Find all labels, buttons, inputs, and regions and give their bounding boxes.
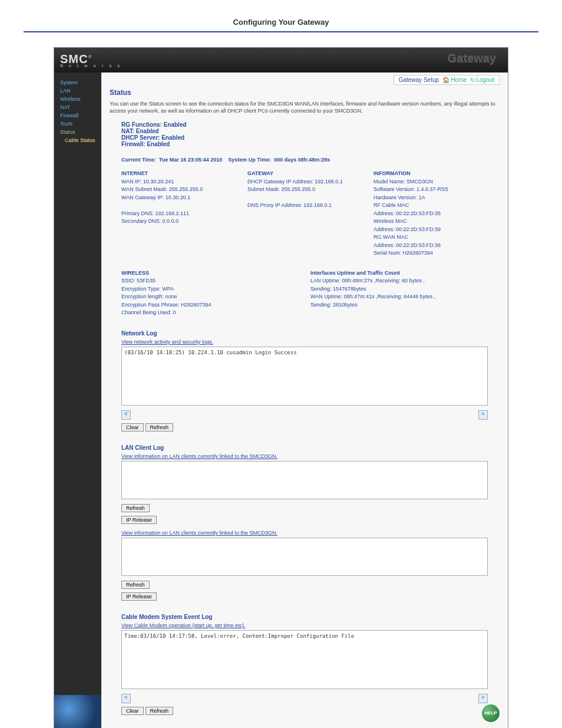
brand-logo: SMC® N e t w o r k s — [60, 52, 122, 68]
rfmac-label: RF Cable MAC — [373, 202, 496, 210]
page-header: Configuring Your Gateway — [0, 0, 562, 31]
internet-head: INTERNET — [121, 170, 244, 178]
lanlog2-box[interactable] — [121, 538, 488, 576]
model-name: Model Name: SMCD3GN — [373, 178, 496, 186]
sw-version: Software Version: 1.4.0.37-RSS — [373, 186, 496, 194]
hw-version: Hardware Version: 1A — [373, 194, 496, 202]
primary-dns: Primary DNS: 192.168.2.111 — [121, 210, 244, 218]
rgmac-label: RG WAN MAC — [373, 233, 496, 242]
help-icon[interactable]: HELP — [482, 704, 500, 722]
gateway-col: GATEWAY DHCP Gateway IP Address: 192.168… — [247, 170, 373, 258]
info-columns: INTERNET WAN IP: 10.30.20.241 WAN Subnet… — [121, 170, 500, 258]
netlog-clear-button[interactable]: Clear — [121, 423, 144, 431]
enc-len: Encryption length: none — [121, 293, 310, 301]
sidebar-decor — [54, 695, 101, 728]
lanlog-iprelease-button[interactable]: IP Release — [121, 516, 157, 524]
info-head: INFORMATION — [373, 170, 496, 178]
sidebar-item-lan[interactable]: LAN — [54, 87, 101, 95]
cablelog-content: Time:03/16/10 14:17:58, Level:error, Con… — [124, 633, 354, 639]
lan-send: Sending: 1547678bytes — [310, 285, 500, 294]
scroll-right-icon[interactable]: > — [478, 410, 488, 420]
ssid: SSID: 53FD35 — [121, 277, 310, 285]
wan-uptime: WAN Uptime: 08h:47m:41s ,Receiving: 6444… — [310, 293, 500, 301]
logout-label: Logout — [476, 77, 494, 83]
status-list: RG Functions: Enabled NAT: Enabled DHCP … — [121, 121, 500, 147]
wan-ip: WAN IP: 10.30.20.241 — [121, 178, 244, 186]
firewall-status: Firewall: Enabled — [121, 141, 500, 147]
wireless-row: WIRELESS SSID: 53FD35 Encryption Type: W… — [121, 269, 500, 317]
content: Gateway Setup 🏠 Home ↻ Logout Status You… — [101, 73, 508, 728]
status-desc: You can use the Status screen to see the… — [110, 100, 500, 114]
cable-scroll-left-icon[interactable]: < — [121, 694, 131, 703]
netlog-title: Network Log — [121, 330, 500, 337]
current-time-label: Current Time: — [121, 157, 156, 163]
wmac-addr: Address: 00:22:2D:53:FD:39 — [373, 226, 496, 234]
sidebar-item-firewall[interactable]: Firewall — [54, 111, 101, 120]
serial-num: Serial Num: H292607394 — [373, 249, 496, 258]
top-bar: SMC® N e t w o r k s Gateway — [54, 48, 508, 73]
wmac-label: Wireless MAC — [373, 218, 496, 226]
gateway-title: Gateway — [448, 51, 496, 65]
home-link[interactable]: 🏠 Home — [442, 77, 467, 83]
dhcp-gw-ip: DHCP Gateway IP Address: 192.168.0.1 — [247, 178, 370, 186]
secondary-dns: Secondary DNS: 0.0.0.0 — [121, 218, 244, 226]
sidebar-item-status[interactable]: Status — [54, 128, 101, 136]
netlog-refresh-button[interactable]: Refresh — [146, 423, 174, 431]
sidebar-item-nat[interactable]: NAT — [54, 103, 101, 111]
top-controls: Gateway Setup 🏠 Home ↻ Logout — [394, 75, 500, 85]
rfmac-addr: Address: 00:22:2D:53:FD:35 — [373, 210, 496, 218]
dhcp-status: DHCP Server: Enabled — [121, 134, 500, 141]
traffic-head: Interfaces Uptime and Traffic Count — [310, 269, 500, 278]
rgmac-addr: Address: 00:22:2D:53:FD:36 — [373, 242, 496, 250]
traffic-col: Interfaces Uptime and Traffic Count LAN … — [310, 269, 500, 317]
lanlog-refresh-button[interactable]: Refresh — [121, 504, 150, 512]
sidebar: System LAN Wireless NAT Firewall Tools S… — [54, 73, 101, 728]
brand-sub: N e t w o r k s — [60, 64, 122, 68]
lanlog-link[interactable]: View information on LAN clients currentl… — [121, 453, 500, 459]
uptime-value: 000 days 08h:48m:28s — [274, 157, 330, 163]
wan-gw: WAN Gateway IP: 10.30.20.1 — [121, 194, 244, 202]
home-label: Home — [451, 77, 467, 83]
info-col: INFORMATION Model Name: SMCD3GN Software… — [373, 170, 500, 258]
uptime-label: System Up Time: — [228, 157, 271, 163]
wan-subnet: WAN Subnet Mask: 255.255.255.0 — [121, 186, 244, 194]
lanlog2-iprelease-button[interactable]: IP Release — [121, 592, 157, 601]
current-time-value: Tue Mar 16 23:05:44 2010 — [159, 157, 222, 163]
channel: Channel Being Used: 0 — [121, 309, 310, 317]
scroll-left-icon[interactable]: < — [121, 410, 131, 420]
cablelog-clear-button[interactable]: Clear — [121, 707, 144, 715]
netlog-link[interactable]: View network activity and security logs. — [121, 339, 500, 345]
enc-type: Encryption Type: WPA — [121, 285, 310, 294]
time-line: Current Time: Tue Mar 16 23:05:44 2010 S… — [121, 157, 500, 163]
cablelog-title: Cable Modem System Event Log — [121, 614, 500, 620]
lanlog2-link[interactable]: View information on LAN clients currentl… — [121, 530, 500, 536]
sidebar-item-cable-status[interactable]: Cable Status — [54, 136, 101, 144]
wireless-head: WIRELESS — [121, 269, 310, 278]
lanlog-title: LAN Client Log — [121, 444, 500, 451]
help-label: HELP — [484, 710, 497, 716]
logout-link[interactable]: ↻ Logout — [470, 77, 494, 83]
lanlog2-refresh-button[interactable]: Refresh — [121, 581, 150, 589]
cablelog-box[interactable]: Time:03/16/10 14:17:58, Level:error, Con… — [121, 630, 488, 689]
cable-scroll-right-icon[interactable]: > — [478, 694, 488, 703]
enc-pass: Encryption Pass Phrase: H292607394 — [121, 301, 310, 309]
cablelog-link[interactable]: View Cable Modem operation (start up, ge… — [121, 622, 500, 628]
lanlog-box[interactable] — [121, 461, 488, 499]
header-divider — [24, 31, 538, 32]
lan-uptime: LAN Uptime: 08h:48m:27s ,Receiving: 60 b… — [310, 277, 500, 285]
sidebar-item-tools[interactable]: Tools — [54, 120, 101, 128]
netlog-box[interactable]: (03/16/10 14:18:25) 10.224.1.10 cusadmin… — [121, 347, 488, 406]
netlog-content: (03/16/10 14:18:25) 10.224.1.10 cusadmin… — [124, 350, 297, 355]
app-window: SMC® N e t w o r k s Gateway System LAN … — [54, 47, 508, 728]
status-title: Status — [110, 88, 500, 97]
gateway-head: GATEWAY — [247, 170, 370, 178]
setup-label: Gateway Setup — [399, 77, 439, 83]
sidebar-item-system[interactable]: System — [54, 78, 101, 87]
internet-col: INTERNET WAN IP: 10.30.20.241 WAN Subnet… — [121, 170, 247, 258]
rg-status: RG Functions: Enabled — [121, 121, 500, 128]
dns-proxy: DNS Proxy IP Address: 192.168.0.1 — [247, 202, 370, 210]
sidebar-item-wireless[interactable]: Wireless — [54, 95, 101, 103]
cablelog-refresh-button[interactable]: Refresh — [146, 707, 174, 715]
nat-status: NAT: Enabled — [121, 128, 500, 134]
gw-subnet: Subnet Mask: 255.255.255.0 — [247, 186, 370, 194]
